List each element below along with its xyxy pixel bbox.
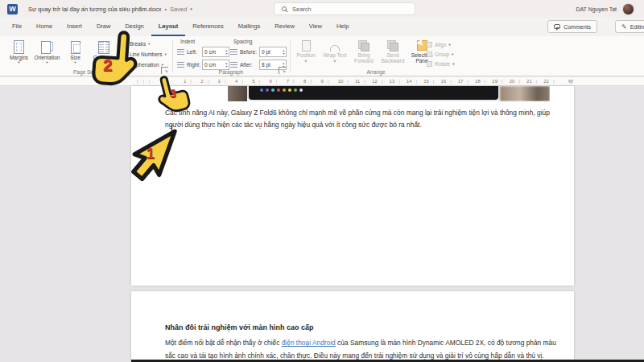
- orientation-button[interactable]: Orientation ▾: [33, 38, 61, 64]
- wrap-text-chevron-icon: ▾: [333, 58, 336, 64]
- page-1: Các tính năng AI này, Galaxy Z Fold6 khô…: [131, 86, 574, 286]
- send-backward-icon: [387, 40, 398, 51]
- rotate-icon: [427, 61, 432, 67]
- page-setup-dialog-launcher[interactable]: ↘: [161, 67, 168, 74]
- ruler-scale: 1·|·2·|·3·|·4·|·5·|·6·|·7·|·8·|·9·|·10·|…: [184, 79, 561, 84]
- document-title[interactable]: Sự quay trở lại đầy ấn tượng của siêu ph…: [28, 6, 192, 13]
- horizontal-ruler: |·|·|· 1·|·2·|·3·|·4·|·5·|·6·|·7·|·8·|·9…: [0, 76, 644, 86]
- text-cursor: [171, 125, 172, 135]
- hyphenation-icon: [121, 62, 127, 68]
- ruler-tick: 21·|·: [526, 79, 543, 84]
- line-numbers-icon: [121, 51, 127, 58]
- ruler-tick: 22·|·: [543, 79, 560, 84]
- tab-references[interactable]: References: [185, 18, 230, 36]
- tab-file[interactable]: File: [5, 18, 29, 36]
- bring-forward-icon: [358, 40, 369, 51]
- size-label: Size: [70, 55, 80, 60]
- position-button: Position ▾: [291, 38, 320, 64]
- paragraph-line: Các tính năng AI này, Galaxy Z Fold6 khô…: [165, 107, 568, 119]
- comments-button[interactable]: Comments: [547, 20, 597, 33]
- app-icon-dot: [277, 88, 280, 92]
- ruler-margin-ticks: |·|·|·: [137, 79, 155, 84]
- editing-button[interactable]: ✎ Editing: [615, 20, 644, 33]
- user-area: DAT Nguyen Tat: [576, 0, 634, 18]
- tab-insert[interactable]: Insert: [60, 18, 89, 36]
- rotate-chevron-icon: ▾: [452, 62, 454, 66]
- ruler-indent-marker[interactable]: [568, 80, 573, 84]
- breaks-chevron-icon: ▾: [148, 42, 150, 46]
- align-chevron-icon: ▾: [448, 43, 450, 47]
- line-numbers-button[interactable]: Line Numbers ▾: [121, 49, 171, 60]
- ruler-tick: 19·|·: [492, 79, 509, 84]
- inline-image-device-screen: [247, 86, 500, 101]
- editing-label: Editing: [630, 24, 644, 30]
- indent-left-input[interactable]: 0 cm ▴▾: [202, 47, 229, 57]
- bring-forward-button: Bring Forward: [349, 38, 378, 64]
- spacing-before-label: Before:: [240, 49, 257, 55]
- size-button[interactable]: Size ▾: [61, 38, 89, 64]
- indent-left-icon: [177, 49, 184, 56]
- orientation-icon: [41, 41, 53, 53]
- spacing-after-icon: [230, 62, 237, 68]
- comment-bubble-icon: [554, 24, 560, 29]
- group-button: Group ▾: [427, 49, 460, 59]
- title-chevron-icon: ▾: [190, 6, 192, 11]
- title-separator: •: [164, 6, 167, 13]
- position-label: Position: [296, 52, 315, 58]
- body-paragraph: Một điểm nổi bật dễ nhận thấy ở chiếc đi…: [165, 337, 556, 362]
- paragraph-group-label: Paragraph: [174, 69, 288, 75]
- breaks-label: Breaks: [130, 41, 146, 47]
- tab-mailings[interactable]: Mailings: [231, 18, 268, 36]
- tab-help[interactable]: Help: [329, 18, 356, 36]
- paragraph-dialog-launcher[interactable]: ↘: [279, 67, 286, 74]
- inline-image[interactable]: [228, 86, 550, 101]
- indent-right-icon: [177, 62, 184, 68]
- tab-draw[interactable]: Draw: [89, 18, 118, 36]
- tab-view[interactable]: View: [302, 18, 329, 36]
- app-icon-dot: [294, 88, 297, 92]
- indent-left-value: 0 cm: [204, 49, 216, 55]
- indent-right-value: 0 cm: [204, 62, 216, 68]
- indent-right-spinner[interactable]: ▴▾: [225, 62, 227, 68]
- user-name: DAT Nguyen Tat: [576, 6, 617, 12]
- tab-home[interactable]: Home: [29, 18, 60, 36]
- document-canvas: Các tính năng AI này, Galaxy Z Fold6 khô…: [0, 86, 644, 362]
- columns-label: Columns: [93, 55, 114, 60]
- breaks-button[interactable]: Breaks ▾: [121, 39, 171, 49]
- send-backward-button: Send Backward: [378, 38, 407, 64]
- arrange-group: Position ▾ Wrap Text ▾ Bring Forward Sen…: [291, 36, 460, 76]
- inline-image-right: [500, 86, 550, 101]
- search-placeholder: Search: [292, 6, 312, 13]
- paragraph-group: Indent Spacing Left: 0 cm ▴▾ Right: 0 cm…: [174, 36, 288, 76]
- margins-button[interactable]: Margins ▾: [5, 38, 33, 64]
- tab-design[interactable]: Design: [118, 18, 151, 36]
- wrap-text-label: Wrap Text: [323, 52, 346, 58]
- indent-header: Indent: [180, 39, 195, 44]
- ruler-tick: 20·|·: [510, 79, 526, 84]
- hyperlink[interactable]: điện thoại Android: [282, 339, 336, 347]
- size-icon: [71, 41, 80, 54]
- indent-right-label: Right:: [187, 62, 200, 68]
- tab-layout[interactable]: Layout: [151, 18, 186, 36]
- size-chevron-icon: ▾: [74, 60, 76, 64]
- word-app-icon[interactable]: W: [7, 4, 18, 14]
- spacing-before-value: 0 pt: [262, 49, 270, 55]
- orientation-chevron-icon: ▾: [46, 60, 47, 64]
- tab-review[interactable]: Review: [267, 18, 302, 36]
- rotate-label: Rotate: [435, 61, 450, 67]
- spacing-header: Spacing: [233, 39, 253, 44]
- comments-label: Comments: [564, 24, 591, 30]
- search-box[interactable]: Search: [274, 2, 415, 15]
- columns-chevron-icon: ▾: [102, 60, 104, 64]
- columns-button[interactable]: Columns ▾: [89, 38, 118, 64]
- position-icon: [302, 40, 311, 51]
- user-avatar[interactable]: [622, 3, 634, 15]
- group-icon: [427, 51, 432, 57]
- indent-left-spinner[interactable]: ▴▾: [225, 49, 227, 56]
- spacing-before-spinner[interactable]: ▴▾: [283, 49, 284, 56]
- ruler-tick: 2·|·: [200, 79, 217, 84]
- spacing-before-row: Before: 0 pt ▴▾: [230, 47, 287, 57]
- ruler-tick: 16·|·: [440, 79, 457, 84]
- spacing-before-input[interactable]: 0 pt ▴▾: [259, 47, 287, 57]
- ruler-tick: 11·|·: [355, 79, 372, 84]
